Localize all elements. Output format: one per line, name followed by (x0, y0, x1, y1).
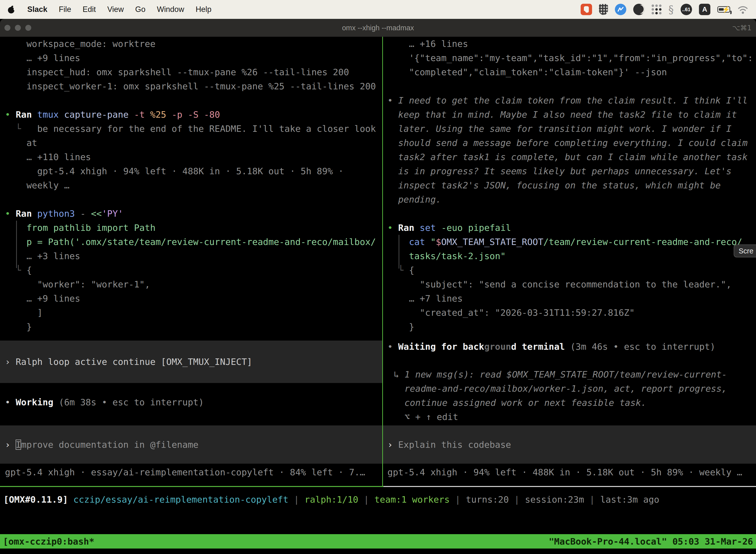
messenger-icon[interactable] (615, 4, 626, 15)
menu-bar: Slack File Edit View Go Window Help § ..… (0, 0, 756, 19)
terminal-line: weekly … (5, 178, 382, 192)
menu-go[interactable]: Go (135, 5, 145, 14)
app-menu-slack[interactable]: Slack (27, 5, 47, 14)
menu-edit[interactable]: Edit (82, 5, 96, 14)
terminal-line: } (387, 320, 756, 334)
terminal-line: inspect task2's JSON, focusing on the st… (387, 178, 756, 192)
terminal-line (5, 93, 382, 107)
window-title: omx --xhigh --madmax (342, 24, 414, 32)
terminal-line: later. Using the same for transition mig… (387, 122, 756, 136)
dots-grid-icon[interactable] (651, 4, 662, 14)
screen-record-icon[interactable] (581, 4, 592, 15)
wifi-icon[interactable] (737, 4, 749, 14)
inject-banner-text: › Ralph loop active continue [OMX_TMUX_I… (5, 355, 252, 369)
input-source-icon[interactable]: A (699, 4, 710, 15)
terminal-line: • I need to get the claim token from the… (387, 93, 756, 107)
terminal-line: … +16 lines (387, 37, 756, 51)
moon-icon[interactable] (633, 4, 645, 15)
connector-line (16, 221, 17, 268)
terminal-line: "subject": "send a concise recommendatio… (387, 277, 756, 291)
terminal-line: • Ran python3 - <<'PY' (5, 207, 382, 221)
right-status-line: gpt-5.4 xhigh · 94% left · 488K in · 5.1… (383, 465, 756, 479)
tmux-status-bar: [omx-cczip0:bash* "MacBook-Pro-44.local"… (0, 534, 756, 549)
pane-bottom-border-inactive (383, 486, 756, 487)
terminal-line: ↳ 1 new msg(s): read $OMX_TEAM_STATE_ROO… (383, 367, 756, 382)
left-prompt-input[interactable]: › Improve documentation in @filename (0, 426, 382, 464)
pane-divider (382, 37, 383, 486)
right-prompt-input[interactable]: › Explain this codebase (383, 426, 756, 464)
shield-icon[interactable] (599, 4, 608, 15)
pane-right[interactable]: … +16 lines '{"team_name":"my-team","tas… (383, 37, 756, 486)
terminal-line: … +9 lines (5, 291, 382, 306)
menu-bar-status-icons: § ..61 A ⚡ (581, 3, 749, 16)
terminal-line: "completed","claim_token":"claim-token"}… (387, 65, 756, 79)
mailbox-note: ↳ 1 new msg(s): read $OMX_TEAM_STATE_ROO… (383, 367, 756, 424)
terminal-line: … +9 lines (5, 51, 382, 65)
terminal-line: … +7 lines (387, 291, 756, 306)
terminal-line: p = Path('.omx/state/team/review-current… (5, 235, 382, 249)
terminal-line: tasks/task-2.json" (387, 249, 756, 263)
tmux-session-name: [omx-cczip0:bash* (3, 535, 94, 549)
terminal-line: └ { (5, 263, 382, 277)
zoom-button[interactable] (25, 25, 31, 31)
omx-status-bar: [OMX#0.11.9] cczip/essay/ai-reimplementa… (3, 492, 756, 507)
menu-help[interactable]: Help (196, 5, 211, 14)
counter-badge-icon[interactable]: ..61 (681, 4, 692, 15)
terminal-line: └ { (387, 263, 756, 277)
terminal-line: … +3 lines (5, 249, 382, 263)
pane-left[interactable]: workspace_mode: worktree … +9 lines insp… (0, 37, 382, 486)
minimize-button[interactable] (15, 25, 21, 31)
pane-bottom-border-active (0, 486, 383, 487)
inject-banner: › Ralph loop active continue [OMX_TMUX_I… (0, 340, 382, 383)
left-transcript: workspace_mode: worktree … +9 lines insp… (5, 37, 382, 334)
terminal-line: keep that in mind. Maybe I also need the… (387, 107, 756, 122)
terminal-line: "created_at": "2026-03-31T11:59:27.816Z" (387, 306, 756, 320)
menu-window[interactable]: Window (157, 5, 184, 14)
terminal-line: "worker": "worker-1", (5, 277, 382, 291)
terminal-line: is in progress? It seems likely but perh… (387, 164, 756, 178)
terminal-line: continue assigned work or next feasible … (383, 396, 756, 410)
squiggle-icon[interactable]: § (669, 3, 674, 16)
apple-menu-icon[interactable] (7, 5, 15, 14)
terminal-line: readme-and-reco/mailbox/worker-1.json, a… (383, 382, 756, 396)
terminal-line: • Ran set -euo pipefail (387, 221, 756, 235)
battery-icon[interactable]: ⚡ (717, 6, 730, 13)
menu-file[interactable]: File (59, 5, 71, 14)
left-input-text: › Improve documentation in @filename (5, 438, 198, 452)
terminal-line (5, 192, 382, 207)
terminal-line: should send a message before completing … (387, 136, 756, 150)
terminal-line: inspect_worker-1: omx sparkshell --tmux-… (5, 79, 382, 93)
window-shortcut-badge: ⌥⌘1 (732, 24, 752, 32)
terminal-line: from pathlib import Path (5, 221, 382, 235)
terminal-line: cat "$OMX_TEAM_STATE_ROOT/team/review-cu… (387, 235, 756, 249)
menu-view[interactable]: View (107, 5, 124, 14)
right-input-text: › Explain this codebase (387, 438, 511, 452)
terminal-line: at (5, 136, 382, 150)
left-status-line: gpt-5.4 xhigh · essay/ai-reimplementatio… (0, 465, 382, 479)
close-button[interactable] (4, 25, 10, 31)
terminal-line: • Ran tmux capture-pane -t %25 -p -S -80 (5, 107, 382, 122)
tmux-host-clock: "MacBook-Pro-44.local" 05:03 31-Mar-26 (549, 535, 753, 549)
terminal-line: ] (5, 306, 382, 320)
terminal-line: task2 after task1 is complete, but can I… (387, 150, 756, 164)
terminal-line: } (5, 320, 382, 334)
terminal-line: workspace_mode: worktree (5, 37, 382, 51)
terminal-line: pending. (387, 192, 756, 207)
working-status: • Working (6m 38s • esc to interrupt) (0, 395, 382, 409)
terminal-line (387, 79, 756, 93)
window-title-bar: omx --xhigh --madmax ⌥⌘1 (0, 19, 756, 37)
terminal-window: workspace_mode: worktree … +9 lines insp… (0, 37, 756, 554)
screen-tooltip: Scre (734, 244, 756, 258)
terminal-line: gpt-5.4 xhigh · 94% left · 488K in · 5.1… (5, 164, 382, 178)
waiting-status: • Waiting for background terminal (3m 46… (383, 340, 756, 354)
connector-line (398, 235, 399, 269)
terminal-line: '{"team_name":"my-team","task_id":"1","f… (387, 51, 756, 65)
terminal-line: inspect_hud: omx sparkshell --tmux-pane … (5, 65, 382, 79)
terminal-line (387, 207, 756, 221)
terminal-line: └ be necessary for the end of the README… (5, 122, 382, 136)
terminal-line: … +110 lines (5, 150, 382, 164)
terminal-line: ⌥ + ↑ edit (383, 410, 756, 424)
right-transcript: … +16 lines '{"team_name":"my-team","tas… (387, 37, 756, 334)
